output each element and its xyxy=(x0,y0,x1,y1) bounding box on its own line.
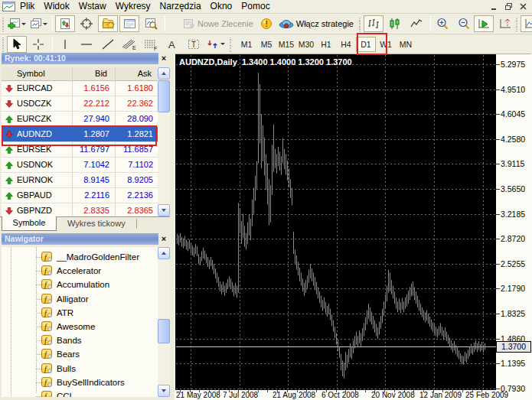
navigator-item-madrogoldenfilter[interactable]: f__MadroGoldenFilter xyxy=(2,251,158,265)
trendline-button[interactable] xyxy=(98,36,118,53)
navigator-scrollbar[interactable] xyxy=(158,247,170,397)
timeframe-toolbar: M1M5M15M30H1H4D1W1MN xyxy=(237,37,416,52)
crosshair-button[interactable] xyxy=(28,36,48,53)
fibo-icon: F xyxy=(143,38,158,50)
indicator-name: Bands xyxy=(57,336,82,345)
arrows-button[interactable] xyxy=(205,36,226,53)
col-ask[interactable]: Ask xyxy=(138,69,152,78)
navigator-toggle[interactable] xyxy=(98,15,118,32)
market-row-eurcad[interactable]: EURCAD1.61561.6180 xyxy=(2,81,158,96)
navigator-item-buysellindicators[interactable]: fBuySellIndicators xyxy=(2,376,158,390)
menu-narzędzia[interactable]: Narzędzia xyxy=(155,0,206,13)
hline-button[interactable] xyxy=(77,36,96,53)
col-symbol[interactable]: Symbol xyxy=(17,69,45,78)
fibo-button[interactable]: F xyxy=(141,36,161,53)
menu-widok[interactable]: Widok xyxy=(39,0,73,13)
navigator-item-bands[interactable]: fBands xyxy=(2,334,158,348)
toolbar-grip4[interactable] xyxy=(2,37,5,52)
chart-profiles-button[interactable] xyxy=(28,15,48,32)
new-order-label: Nowe Zlecenie xyxy=(197,19,253,28)
navigator-item-bears[interactable]: fBears xyxy=(2,348,158,362)
price-scale[interactable]: 5.29754.95104.60454.25803.91153.56503.21… xyxy=(496,54,532,400)
bar-chart-icon xyxy=(367,18,380,30)
menu-wstaw[interactable]: Wstaw xyxy=(74,0,111,13)
bid-value: 2.8335 xyxy=(83,206,109,215)
timeframe-m1[interactable]: M1 xyxy=(237,37,256,52)
toolbar-grip5[interactable] xyxy=(229,37,233,52)
timeframe-m5[interactable]: M5 xyxy=(256,37,276,52)
alert-button[interactable]: ! xyxy=(256,15,276,32)
navigator-close-icon[interactable]: × xyxy=(158,233,169,244)
terminal-toggle[interactable] xyxy=(119,15,139,32)
navigator-item-cci[interactable]: fCCI xyxy=(2,390,158,397)
price-tick: 3.9115 xyxy=(501,159,524,168)
channel-button[interactable]: E xyxy=(119,36,139,53)
menu-plik[interactable]: Plik xyxy=(15,0,39,13)
indicators-button[interactable] xyxy=(521,15,532,32)
timeframe-m15[interactable]: M15 xyxy=(276,37,296,52)
indicator-name: __MadroGoldenFilter xyxy=(57,252,139,262)
zoom-out-button[interactable] xyxy=(455,15,475,32)
indicator-icon: f xyxy=(41,265,53,276)
navigator-item-accumulation[interactable]: fAccumulation xyxy=(2,278,158,292)
candlestick-button[interactable] xyxy=(385,15,405,32)
toolbar-grip3[interactable] xyxy=(515,16,519,31)
navigator-item-atr[interactable]: fATR xyxy=(2,307,158,320)
indicators-icon xyxy=(524,18,532,30)
market-row-eurnok[interactable]: EURNOK8.91458.9205 xyxy=(2,173,158,188)
indicator-icon: f xyxy=(41,294,53,304)
restore-button[interactable] xyxy=(502,1,515,12)
timeframe-h4[interactable]: H4 xyxy=(336,37,356,52)
indicator-name: Bears xyxy=(57,350,80,359)
text-label-button[interactable]: T xyxy=(184,36,204,53)
line-chart-button[interactable] xyxy=(406,15,426,32)
indicator-icon: f xyxy=(41,335,53,346)
toolbar-grip2[interactable] xyxy=(358,16,362,31)
new-order-button[interactable]: Nowe Zlecenie xyxy=(181,15,255,32)
chart-shift-toggle[interactable] xyxy=(495,15,515,32)
indicator-icon: f xyxy=(41,391,53,397)
data-window-icon xyxy=(80,18,93,30)
market-watch-toggle[interactable] xyxy=(55,15,75,32)
timeframe-mn[interactable]: MN xyxy=(396,37,416,52)
menu-okno[interactable]: Okno xyxy=(206,0,237,13)
market-row-gbpnzd[interactable]: GBPNZD2.83352.8365 xyxy=(2,203,158,216)
toolbar-grip[interactable] xyxy=(2,16,5,31)
market-watch-scrollbar[interactable] xyxy=(158,67,170,216)
enable-experts-button[interactable]: Włącz strategie xyxy=(278,15,355,32)
cursor-button[interactable] xyxy=(7,36,27,53)
vline-button[interactable] xyxy=(55,36,75,53)
auto-scroll-toggle[interactable] xyxy=(474,15,494,32)
close-button[interactable] xyxy=(517,1,530,12)
timeframe-m30[interactable]: M30 xyxy=(296,37,316,52)
annotation-audnzd-box xyxy=(2,125,157,146)
col-bid[interactable]: Bid xyxy=(95,69,107,78)
tab-tick-chart[interactable]: Wykres tickowy xyxy=(67,219,126,228)
navigator-item-alligator[interactable]: fAlligator xyxy=(2,293,158,307)
market-row-eurczk[interactable]: EURCZK27.94028.090 xyxy=(2,112,158,127)
minimize-button[interactable] xyxy=(488,1,501,12)
navigator-item-awesome[interactable]: fAwesome xyxy=(2,320,158,334)
tab-symbols[interactable]: Symbole xyxy=(2,216,57,231)
market-row-usdnok[interactable]: USDNOK7.10427.1102 xyxy=(2,158,158,173)
date-scale[interactable]: 21 May 20087 Jul 200821 Aug 20086 Oct 20… xyxy=(175,390,496,400)
crosshair-icon xyxy=(32,38,44,50)
data-window-toggle[interactable] xyxy=(77,15,96,32)
current-price-label: 1.3700 xyxy=(496,341,531,353)
timeframe-h1[interactable]: H1 xyxy=(316,37,336,52)
market-row-usdczk[interactable]: USDCZK22.21222.362 xyxy=(2,96,158,112)
zoom-in-button[interactable] xyxy=(433,15,453,32)
menu-pomoc[interactable]: Pomoc xyxy=(237,0,274,13)
bid-value: 1.6156 xyxy=(83,83,109,93)
navigator-item-accelerator[interactable]: fAccelerator xyxy=(2,265,158,278)
chart-window[interactable]: AUDNZD,Daily 1.3400 1.4000 1.3200 1.3700… xyxy=(175,54,531,400)
market-watch-close-icon[interactable]: × xyxy=(158,53,169,63)
bar-chart-button[interactable] xyxy=(364,15,383,32)
market-row-gbpaud[interactable]: GBPAUD2.21162.2136 xyxy=(2,188,158,203)
text-button[interactable]: A xyxy=(162,36,182,53)
navigator-item-bulls[interactable]: fBulls xyxy=(2,363,158,376)
candlestick-icon xyxy=(389,18,401,30)
strategy-tester-toggle[interactable] xyxy=(141,15,161,32)
new-chart-button[interactable] xyxy=(7,15,27,32)
menu-wykresy[interactable]: Wykresy xyxy=(111,0,155,13)
